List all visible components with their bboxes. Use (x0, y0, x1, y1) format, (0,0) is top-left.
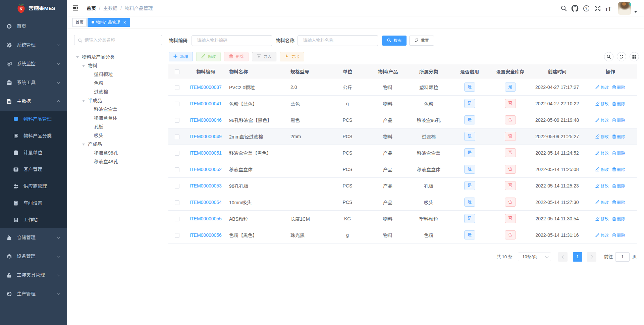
svg-text:?: ? (585, 6, 587, 10)
svg-text:T: T (605, 7, 608, 11)
svg-text:K: K (19, 6, 23, 11)
svg-text:T: T (608, 6, 612, 11)
svg-text:21: 21 (15, 202, 17, 204)
